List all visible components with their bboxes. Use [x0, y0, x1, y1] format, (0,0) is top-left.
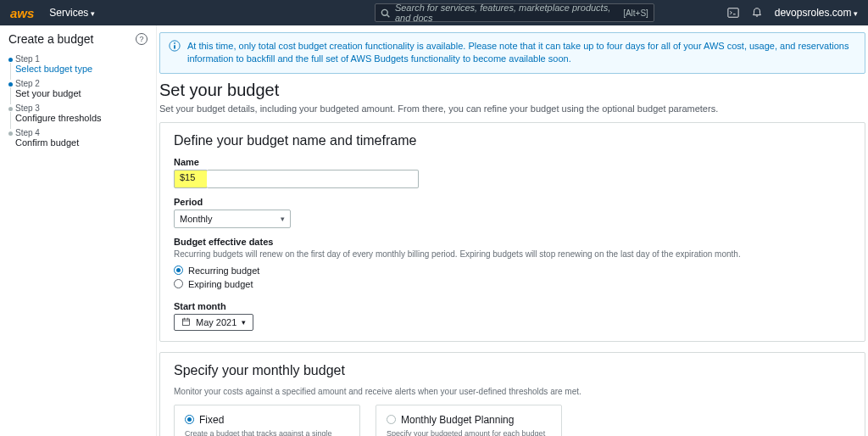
top-nav: aws Services Search for services, featur…: [0, 0, 868, 25]
svg-line-1: [387, 14, 389, 17]
svg-point-0: [381, 9, 387, 15]
planning-card[interactable]: Monthly Budget Planning Specify your bud…: [376, 405, 562, 436]
services-menu[interactable]: Services: [49, 7, 95, 19]
page-subtitle: Set your budget details, including your …: [159, 103, 868, 114]
specify-panel: Specify your monthly budget Monitor your…: [159, 352, 865, 436]
radio-dot-icon: [387, 415, 396, 424]
bell-icon[interactable]: [751, 7, 763, 19]
aws-logo[interactable]: aws: [10, 6, 34, 20]
effective-dates-label: Budget effective dates: [174, 237, 851, 247]
fixed-card[interactable]: Fixed Create a budget that tracks agains…: [174, 405, 360, 436]
name-label: Name: [174, 157, 851, 167]
radio-dot-icon: [185, 415, 194, 424]
page-title: Set your budget: [159, 81, 868, 100]
define-heading: Define your budget name and timeframe: [174, 133, 851, 148]
calendar-icon: [181, 317, 191, 327]
step-4[interactable]: Step 4 Confirm budget: [8, 128, 147, 148]
help-icon[interactable]: ?: [136, 33, 147, 45]
radio-dot-icon: [174, 279, 183, 288]
specify-desc: Monitor your costs against a specified a…: [174, 387, 851, 396]
svg-rect-7: [182, 319, 189, 326]
specify-heading: Specify your monthly budget: [174, 363, 851, 378]
start-month-picker[interactable]: May 2021: [174, 314, 253, 331]
step-2[interactable]: Step 2 Set your budget: [8, 79, 147, 98]
effective-dates-hint: Recurring budgets will renew on the firs…: [174, 249, 851, 259]
radio-dot-icon: [174, 266, 183, 275]
step-1[interactable]: Step 1 Select budget type: [8, 54, 147, 74]
search-placeholder: Search for services, features, marketpla…: [395, 3, 623, 23]
start-month-label: Start month: [174, 301, 851, 311]
account-menu[interactable]: devopsroles.com: [775, 7, 858, 19]
sidebar-title: Create a budget: [8, 32, 93, 46]
recurring-radio[interactable]: Recurring budget: [174, 266, 851, 276]
main-content: At this time, only total cost budget cre…: [157, 25, 868, 436]
period-label: Period: [174, 197, 851, 207]
name-input[interactable]: $15: [174, 170, 208, 188]
expiring-radio[interactable]: Expiring budget: [174, 279, 851, 289]
info-text: At this time, only total cost budget cre…: [187, 40, 856, 66]
define-panel: Define your budget name and timeframe Na…: [159, 122, 865, 342]
step-3[interactable]: Step 3 Configure thresholds: [8, 103, 147, 123]
search-shortcut: [Alt+S]: [623, 8, 648, 18]
search-icon: [381, 8, 390, 18]
info-icon: [169, 40, 181, 52]
svg-rect-2: [728, 8, 738, 18]
wizard-sidebar: Create a budget ? Step 1 Select budget t…: [0, 25, 157, 436]
period-select[interactable]: Monthly: [174, 210, 291, 228]
info-banner: At this time, only total cost budget cre…: [159, 32, 865, 74]
cloudshell-icon[interactable]: [727, 7, 739, 19]
svg-point-6: [174, 42, 175, 44]
search-input[interactable]: Search for services, features, marketpla…: [375, 3, 654, 22]
